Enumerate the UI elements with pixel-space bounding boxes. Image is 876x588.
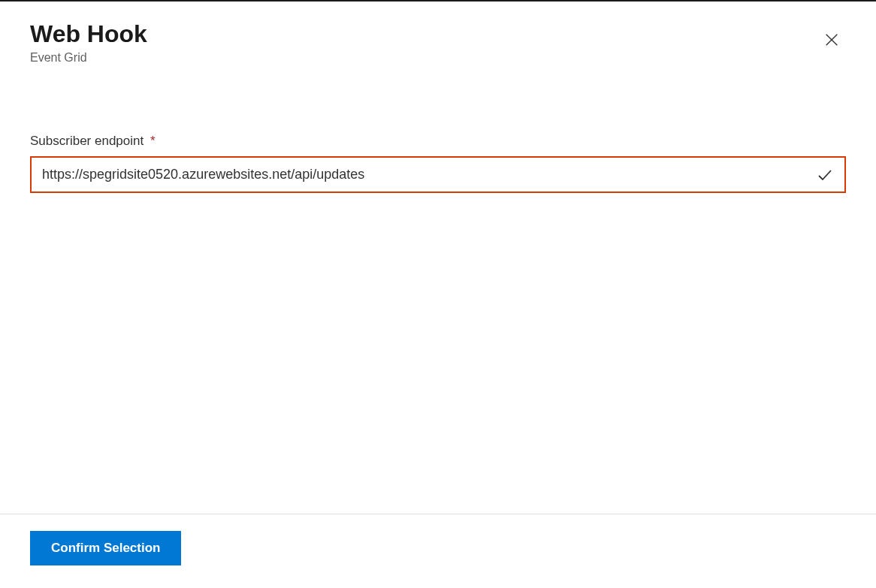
title-block: Web Hook Event Grid <box>30 20 147 65</box>
confirm-selection-button[interactable]: Confirm Selection <box>30 531 181 565</box>
close-icon <box>823 32 840 50</box>
close-button[interactable] <box>817 26 846 56</box>
required-marker: * <box>150 134 156 148</box>
panel-title: Web Hook <box>30 20 147 48</box>
webhook-panel: Web Hook Event Grid Subscriber endpoint … <box>0 2 876 588</box>
endpoint-label: Subscriber endpoint * <box>30 134 846 149</box>
checkmark-icon <box>816 166 834 184</box>
panel-header: Web Hook Event Grid <box>30 20 846 65</box>
endpoint-input[interactable] <box>32 158 811 191</box>
endpoint-input-wrapper <box>30 156 846 193</box>
panel-subtitle: Event Grid <box>30 51 147 65</box>
panel-content: Subscriber endpoint * <box>30 134 846 514</box>
panel-footer: Confirm Selection <box>0 514 876 588</box>
